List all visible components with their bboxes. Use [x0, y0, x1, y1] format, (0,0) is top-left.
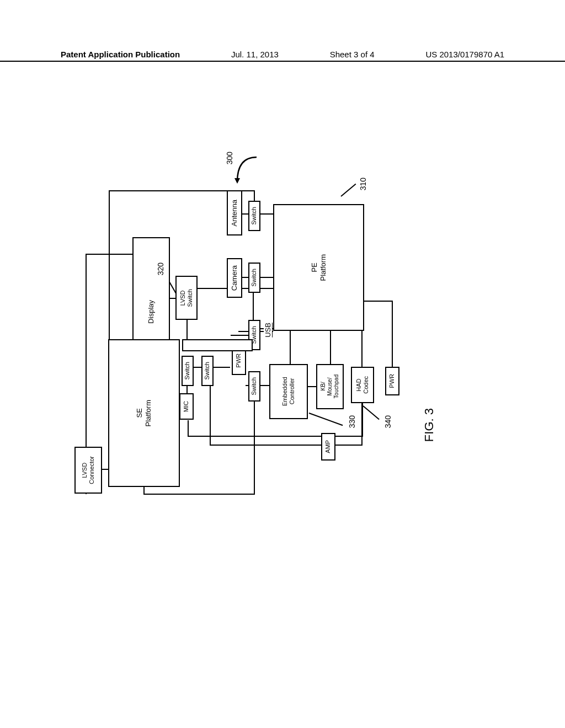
figure-page: FIG. 3 300 Antenna Switch Display LVSDSw… — [55, 50, 510, 673]
usb-label: USB — [264, 323, 272, 338]
ref-340: 340 — [383, 415, 392, 428]
ref-300: 300 — [225, 152, 234, 164]
lvsd-connector-block: LVSDConnector — [74, 447, 102, 494]
mic-block: MIC — [179, 393, 194, 420]
lvsd-switch-block: LVSDSwitch — [175, 276, 198, 320]
switch-bottom-2: Switch — [201, 356, 214, 386]
ref-310: 310 — [359, 178, 367, 190]
antenna-switch-block: Switch — [248, 201, 260, 231]
kb-mouse-block: KB/Mouse/Touchpad — [316, 364, 344, 409]
switch-bottom-3: Switch — [182, 356, 194, 386]
antenna-block: Antenna — [227, 190, 242, 235]
arrow-icon — [232, 152, 259, 185]
embedded-controller-block: EmbeddedController — [269, 364, 308, 419]
pwr-block-1: PWR — [385, 367, 399, 395]
had-codec-block: HADCodec — [351, 367, 374, 403]
ref-320: 320 — [156, 263, 165, 275]
amp-block: AMP — [321, 433, 335, 461]
ref-330: 330 — [348, 415, 356, 428]
se-platform-block: SEPlatform — [108, 339, 180, 487]
pe-platform-block: PEPlatform — [273, 204, 364, 331]
switch-bottom-1: Switch — [248, 371, 260, 402]
camera-switch-block: Switch — [248, 263, 260, 293]
bus-bar — [182, 339, 253, 351]
figure-caption: FIG. 3 — [422, 408, 436, 442]
camera-block: Camera — [227, 258, 242, 298]
